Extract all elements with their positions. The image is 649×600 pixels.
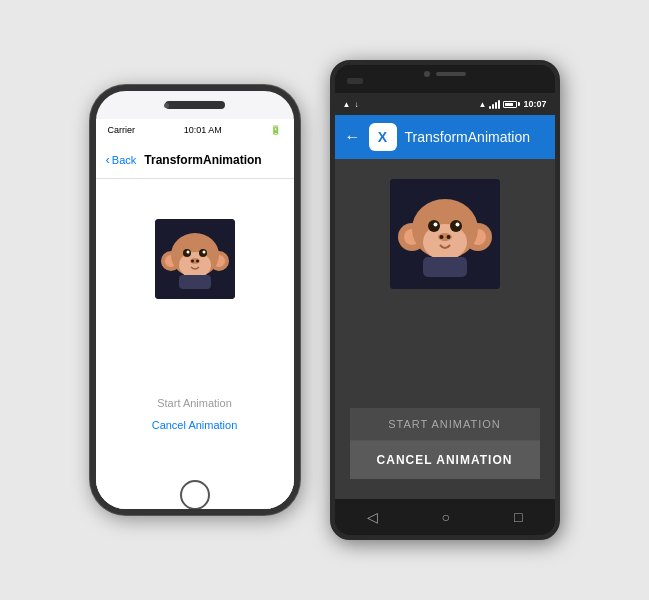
android-battery-icon bbox=[503, 101, 520, 108]
ios-buttons-area: Start Animation Cancel Animation bbox=[111, 313, 279, 461]
svg-point-12 bbox=[191, 260, 194, 263]
android-toolbar: ← X TransformAnimation bbox=[335, 115, 555, 159]
ios-camera bbox=[164, 103, 169, 108]
ios-back-button[interactable]: ‹ Back bbox=[106, 152, 137, 167]
android-nav-bar: ◁ ○ □ bbox=[335, 499, 555, 535]
android-recents-nav-icon[interactable]: □ bbox=[514, 509, 522, 525]
svg-point-28 bbox=[446, 235, 450, 239]
android-time: 10:07 bbox=[523, 99, 546, 109]
svg-point-27 bbox=[439, 235, 443, 239]
ios-screen: Carrier 10:01 AM 🔋 ‹ Back TransformAnima… bbox=[96, 119, 294, 509]
android-app-icon: X bbox=[369, 123, 397, 151]
android-cancel-button[interactable]: CANCEL ANIMATION bbox=[350, 441, 540, 479]
android-front-camera bbox=[424, 71, 430, 77]
android-status-left: ▲ ↓ bbox=[343, 100, 359, 109]
svg-point-10 bbox=[202, 251, 205, 254]
android-top-hardware bbox=[335, 65, 555, 93]
android-back-nav-icon[interactable]: ◁ bbox=[367, 509, 378, 525]
android-home-nav-icon[interactable]: ○ bbox=[442, 509, 450, 525]
svg-point-22 bbox=[428, 220, 440, 232]
android-app-icon-text: X bbox=[378, 129, 387, 145]
svg-point-9 bbox=[186, 251, 189, 254]
ios-vol-up-button bbox=[90, 209, 92, 237]
ios-carrier: Carrier bbox=[108, 125, 136, 135]
ios-vol-down-button bbox=[90, 246, 92, 296]
ios-power-button bbox=[298, 211, 300, 271]
svg-point-25 bbox=[455, 223, 459, 227]
svg-point-24 bbox=[433, 223, 437, 227]
android-start-button[interactable]: START ANIMATION bbox=[350, 408, 540, 441]
ios-home-button[interactable] bbox=[180, 480, 210, 510]
svg-point-23 bbox=[450, 220, 462, 232]
android-monkey-image bbox=[390, 179, 500, 289]
ios-back-chevron-icon: ‹ bbox=[106, 152, 110, 167]
ios-time: 10:01 AM bbox=[184, 125, 222, 135]
ios-start-button[interactable]: Start Animation bbox=[157, 397, 232, 409]
android-speaker bbox=[436, 72, 466, 76]
ios-back-label: Back bbox=[112, 154, 136, 166]
ios-mute-button bbox=[90, 171, 92, 199]
android-alert-icon: ▲ bbox=[343, 100, 351, 109]
svg-point-13 bbox=[196, 260, 199, 263]
svg-rect-29 bbox=[423, 257, 467, 277]
android-back-button[interactable]: ← bbox=[345, 128, 361, 146]
ios-status-bar: Carrier 10:01 AM 🔋 bbox=[96, 119, 294, 141]
ios-content: Start Animation Cancel Animation bbox=[96, 179, 294, 481]
ios-phone: Carrier 10:01 AM 🔋 ‹ Back TransformAnima… bbox=[90, 85, 300, 515]
ios-cancel-button[interactable]: Cancel Animation bbox=[152, 419, 238, 431]
phones-container: Carrier 10:01 AM 🔋 ‹ Back TransformAnima… bbox=[70, 40, 580, 560]
android-signal-bars bbox=[489, 99, 500, 109]
android-alert-area bbox=[347, 78, 363, 84]
android-toolbar-title: TransformAnimation bbox=[405, 129, 531, 145]
svg-point-6 bbox=[179, 252, 211, 278]
ios-nav-title: TransformAnimation bbox=[144, 153, 261, 167]
android-phone: ▲ ↓ ▲ 10: bbox=[330, 60, 560, 540]
ios-home-indicator bbox=[96, 481, 294, 509]
ios-nav-bar: ‹ Back TransformAnimation bbox=[96, 141, 294, 179]
android-bottom-buttons: START ANIMATION CANCEL ANIMATION bbox=[350, 408, 540, 479]
ios-monkey-image bbox=[155, 219, 235, 299]
ios-battery-icon: 🔋 bbox=[270, 125, 281, 135]
android-status-bar: ▲ ↓ ▲ 10: bbox=[335, 93, 555, 115]
android-download-icon: ↓ bbox=[354, 100, 358, 109]
android-status-right: ▲ 10:07 bbox=[479, 99, 547, 109]
svg-rect-14 bbox=[179, 275, 211, 289]
android-wifi-icon: ▲ bbox=[479, 100, 487, 109]
android-content: START ANIMATION CANCEL ANIMATION bbox=[335, 159, 555, 499]
android-camera-area bbox=[424, 71, 466, 77]
